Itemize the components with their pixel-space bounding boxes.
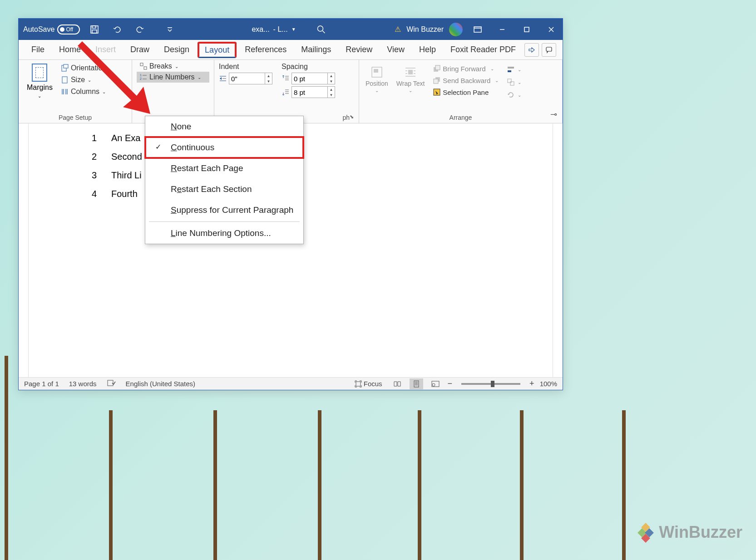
svg-text:1: 1 [140,74,142,77]
tab-foxit[interactable]: Foxit Reader PDF [444,41,522,58]
word-count[interactable]: 13 words [69,380,97,388]
columns-button[interactable]: Columns⌄ [58,86,109,97]
focus-mode-button[interactable]: Focus [352,378,385,389]
tab-help[interactable]: Help [413,41,442,58]
tab-view[interactable]: View [380,41,411,58]
svg-rect-37 [408,70,413,74]
statusbar: Page 1 of 1 13 words English (United Sta… [19,377,563,390]
svg-rect-15 [62,77,67,83]
indent-left-spinner[interactable]: ▲▼ [265,73,272,84]
spellcheck-icon[interactable] [107,379,116,388]
spacing-after-spinner[interactable]: ▲▼ [328,86,335,98]
dd-suppress[interactable]: Suppress for Current Paragraph [145,200,303,221]
minimize-button[interactable] [493,19,512,40]
close-button[interactable] [542,19,561,40]
dd-restart-section[interactable]: Restart Each Section [145,179,303,200]
spacing-before-input[interactable]: 0 pt [292,73,328,84]
word-window: AutoSave Off exa... - L... ▼ ⚠ Win Buzze… [18,18,563,390]
paragraph-label: ph [342,114,350,121]
orientation-button[interactable]: Orientation [58,63,109,74]
wrap-text-button[interactable]: Wrap Text⌄ [395,64,427,100]
spacing-after-input[interactable]: 8 pt [292,86,328,98]
web-layout-button[interactable] [429,378,442,389]
dd-options[interactable]: Line Numbering Options... [145,223,303,244]
paragraph-launcher[interactable]: ⬊ [350,114,356,120]
tab-layout[interactable]: Layout [198,42,237,58]
selection-pane-button[interactable]: Selection Pane [431,87,500,97]
read-mode-button[interactable] [390,378,404,389]
spacing-after-icon [282,88,290,96]
tab-design[interactable]: Design [158,41,196,58]
margins-button[interactable]: Margins ⌄ [23,62,56,100]
language-indicator[interactable]: English (United States) [126,380,195,388]
dd-restart-page[interactable]: Restart Each Page [145,158,303,179]
breaks-button[interactable]: Breaks⌄ [137,61,209,72]
svg-rect-1 [92,26,96,28]
share-button[interactable] [524,43,539,57]
ribbon-display-button[interactable] [468,19,487,40]
maximize-button[interactable] [517,19,536,40]
autosave-label: AutoSave [23,25,54,34]
qat-customize[interactable] [162,21,178,38]
svg-rect-48 [356,382,361,386]
undo-button[interactable] [109,21,125,38]
title-dropdown-icon[interactable]: ▼ [292,27,296,32]
zoom-level[interactable]: 100% [540,380,557,388]
spacing-label: Spacing [282,63,335,71]
watermark: WinBuzzer [637,523,742,542]
search-button[interactable] [313,21,330,38]
svg-line-5 [323,31,325,33]
svg-rect-43 [508,67,514,69]
svg-point-54 [432,383,435,386]
svg-rect-45 [508,79,511,83]
svg-rect-14 [64,64,68,68]
indent-left-input[interactable]: 0" [229,73,265,84]
svg-rect-39 [435,65,440,70]
print-layout-button[interactable] [410,378,423,389]
tab-file[interactable]: File [25,41,51,58]
tab-mailings[interactable]: Mailings [295,41,337,58]
spacing-before-icon [282,74,290,83]
ribbon-content: Margins ⌄ Orientation Size⌄ Columns⌄ [19,60,563,123]
svg-rect-20 [140,63,143,66]
zoom-in-button[interactable]: + [529,379,534,388]
tab-insert[interactable]: Insert [89,41,122,58]
size-button[interactable]: Size⌄ [58,74,109,85]
position-button[interactable]: Position⌄ [364,64,390,100]
svg-rect-44 [508,70,511,72]
user-avatar[interactable] [449,23,463,36]
dd-none[interactable]: None [145,116,303,137]
page-indicator[interactable]: Page 1 of 1 [24,380,59,388]
username: Win Buzzer [406,25,444,34]
zoom-out-button[interactable]: − [448,379,453,388]
page-setup-label: Page Setup [59,114,92,121]
spacing-before-spinner[interactable]: ▲▼ [328,73,335,84]
svg-rect-2 [92,30,97,33]
svg-rect-12 [546,47,552,51]
line-numbers-dropdown: None Continuous Restart Each Page Restar… [145,116,304,244]
autosave-toggle[interactable]: AutoSave Off [23,25,80,34]
redo-button[interactable] [132,21,148,38]
align-button: ⌄ [505,64,523,74]
tab-references[interactable]: References [238,41,293,58]
comments-button[interactable] [542,43,556,57]
document-title: exa... [252,25,269,34]
line-numbers-button[interactable]: 12 Line Numbers⌄ [137,72,209,83]
bring-forward-button: Bring Forward⌄ [431,64,500,74]
save-button[interactable] [86,21,103,38]
svg-rect-36 [374,69,378,73]
zoom-slider[interactable] [461,383,520,385]
ribbon-tabs: File Home Insert Draw Design Layout Refe… [19,40,563,60]
tab-draw[interactable]: Draw [124,41,156,58]
indent-label: Indent [219,63,272,71]
document-suffix: - L... [273,25,288,34]
tab-home[interactable]: Home [53,41,87,58]
svg-rect-41 [434,79,438,84]
tab-review[interactable]: Review [339,41,379,58]
dd-continuous[interactable]: Continuous [145,137,303,158]
arrange-label: Arrange [450,114,472,121]
svg-point-4 [318,26,323,31]
rotate-button: ⌄ [505,90,523,100]
svg-rect-49 [414,381,419,387]
pin-ribbon-button[interactable]: ⊸ [550,109,557,119]
